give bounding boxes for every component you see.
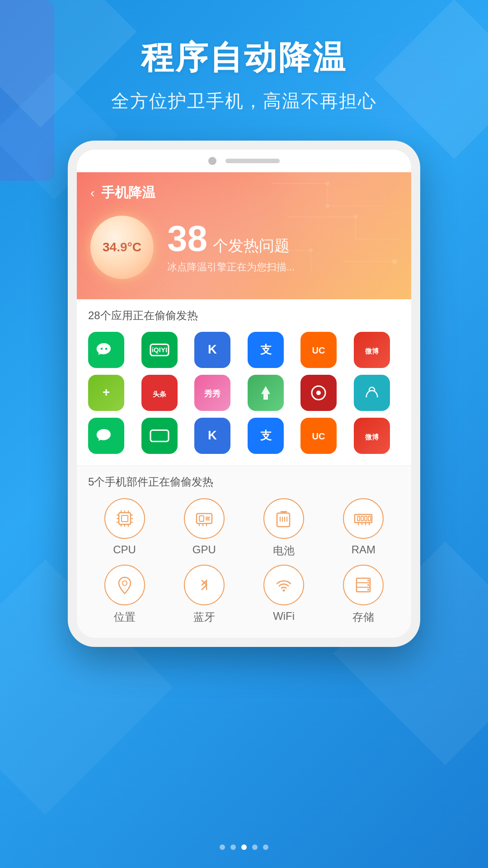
app-icon-kuwo-2[interactable]: K [194,418,230,454]
app-grid: iQIYI K 支 UC 微博 + [88,332,400,454]
app-icon-iqiyi-2[interactable] [141,418,178,454]
svg-text:秀秀: 秀秀 [204,389,221,398]
app-header: ‹ 手机降温 34.9°C 38 个发热问题 冰点降温引擎正在为您扫描... [77,172,411,299]
app-icon-iqiyi[interactable]: iQIYI [141,332,178,368]
heat-count-row: 38 个发热问题 [167,221,398,257]
app-icon-maps[interactable] [248,375,284,411]
component-ram[interactable]: RAM [327,498,400,558]
bluetooth-label: 蓝牙 [193,610,215,624]
component-gpu[interactable]: GPU [168,498,240,558]
back-button[interactable]: ‹ [90,186,94,200]
wifi-icon-circle [263,565,304,605]
location-icon-circle [104,565,145,605]
cpu-icon-circle [104,498,145,539]
temperature-circle: 34.9°C [90,216,154,279]
ram-label: RAM [352,543,375,556]
svg-text:UC: UC [312,345,325,355]
dot-4[interactable] [252,844,258,850]
header: 程序自动降温 全方位护卫手机，高温不再担心 [0,0,488,141]
svg-rect-63 [361,516,363,521]
svg-text:K: K [208,342,217,356]
app-section: 28个应用正在偷偷发热 iQIYI K 支 [77,299,411,465]
app-content: 34.9°C 38 个发热问题 冰点降温引擎正在为您扫描... [90,211,398,283]
app-icon-alipay[interactable]: 支 [248,332,284,368]
page-dots [220,844,268,850]
svg-text:微博: 微博 [365,433,379,441]
app-icon-toutiao[interactable]: 头条 [141,375,178,411]
svg-text:K: K [208,428,217,442]
app-icon-uc-2[interactable]: UC [300,418,337,454]
component-wifi[interactable]: WiFi [248,565,320,624]
svg-rect-27 [150,430,169,442]
svg-text:支: 支 [259,343,272,356]
ram-icon-circle [343,498,384,539]
svg-rect-47 [199,516,204,521]
phone-mockup: ‹ 手机降温 34.9°C 38 个发热问题 冰点降温引擎正在为您扫描... [68,141,420,647]
app-icon-wechat[interactable] [88,332,124,368]
phone-camera [208,157,216,165]
heat-label: 个发热问题 [213,237,290,254]
component-grid: CPU [88,498,400,558]
app-section-title: 28个应用正在偷偷发热 [88,308,400,323]
svg-rect-65 [368,516,371,521]
app-icon-weibo-2[interactable]: 微博 [354,418,390,454]
app-icon-wechat-2[interactable] [88,418,124,454]
heat-info: 38 个发热问题 冰点降温引擎正在为您扫描... [167,221,398,274]
svg-text:头条: 头条 [152,390,167,398]
storage-label: 存储 [352,610,374,624]
header-title: 程序自动降温 [0,36,488,80]
app-title: 手机降温 [101,184,155,202]
dot-5[interactable] [263,844,268,850]
component-battery[interactable]: 电池 [248,498,320,558]
app-icon-weibo[interactable]: 微博 [354,332,390,368]
app-icon-meitu[interactable]: 秀秀 [194,375,230,411]
svg-point-71 [283,590,285,592]
app-icon-netease[interactable] [300,375,337,411]
gpu-label: GPU [192,543,216,556]
app-icon-kuwo[interactable]: K [194,332,230,368]
app-icon-alipay-2[interactable]: 支 [248,418,284,454]
header-subtitle: 全方位护卫手机，高温不再担心 [0,89,488,113]
svg-point-15 [105,348,108,350]
svg-point-14 [101,348,103,350]
dot-3[interactable] [241,844,247,850]
svg-text:微博: 微博 [365,347,379,355]
svg-rect-64 [365,516,367,521]
svg-text:UC: UC [312,431,325,441]
svg-text:+: + [103,385,110,399]
app-icon-camel[interactable] [354,375,390,411]
svg-rect-32 [119,513,131,524]
component-storage[interactable]: 存储 [327,565,400,624]
component-section: 5个手机部件正在偷偷发热 [77,465,411,638]
component-grid-row2: 位置 蓝牙 [88,565,400,629]
svg-rect-54 [277,513,290,527]
gpu-icon-circle [184,498,225,539]
heat-description: 冰点降温引擎正在为您扫描... [167,260,398,274]
component-location[interactable]: 位置 [88,565,161,624]
battery-label: 电池 [273,543,295,558]
svg-point-75 [367,580,369,581]
svg-point-76 [367,584,369,586]
component-cpu[interactable]: CPU [88,498,161,558]
svg-point-70 [122,581,127,585]
app-icon-360[interactable]: + [88,375,124,411]
component-section-title: 5个手机部件正在偷偷发热 [88,475,400,489]
temp-glow [84,209,160,286]
dot-2[interactable] [230,844,236,850]
svg-point-26 [316,391,321,395]
phone-notch [77,150,411,172]
heat-count: 38 [167,218,207,259]
app-nav: ‹ 手机降温 [90,184,398,202]
svg-point-4 [326,204,329,207]
component-bluetooth[interactable]: 蓝牙 [168,565,240,624]
phone-screen: ‹ 手机降温 34.9°C 38 个发热问题 冰点降温引擎正在为您扫描... [77,172,411,638]
svg-rect-33 [122,515,128,522]
cpu-label: CPU [113,543,136,556]
location-label: 位置 [114,610,136,624]
storage-icon-circle [343,565,384,605]
battery-icon-circle [263,498,304,539]
dot-1[interactable] [220,844,225,850]
bluetooth-icon-circle [184,565,225,605]
app-icon-uc[interactable]: UC [300,332,337,368]
svg-text:支: 支 [259,429,272,442]
